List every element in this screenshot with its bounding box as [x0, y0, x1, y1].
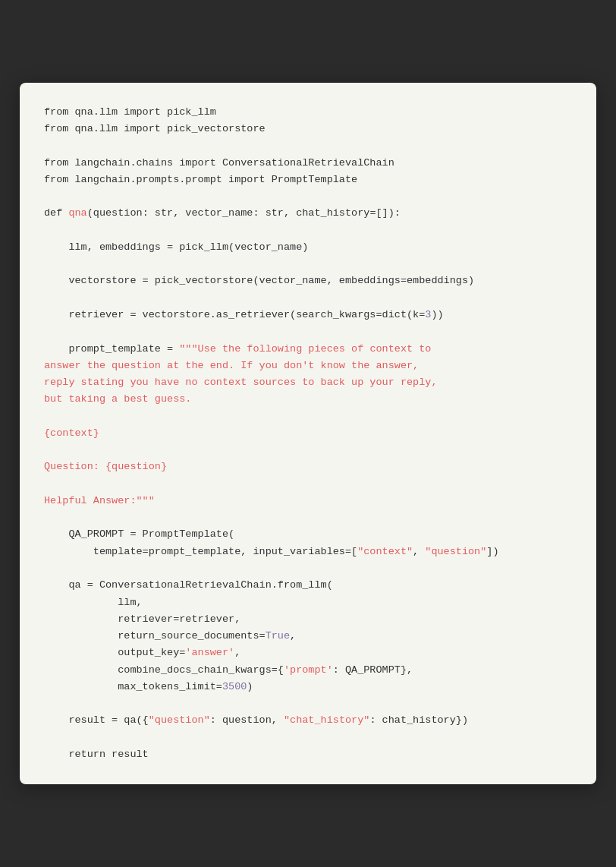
code-content: from qna.llm import pick_llm from qna.ll… — [44, 104, 572, 763]
code-window: from qna.llm import pick_llm from qna.ll… — [20, 83, 596, 784]
